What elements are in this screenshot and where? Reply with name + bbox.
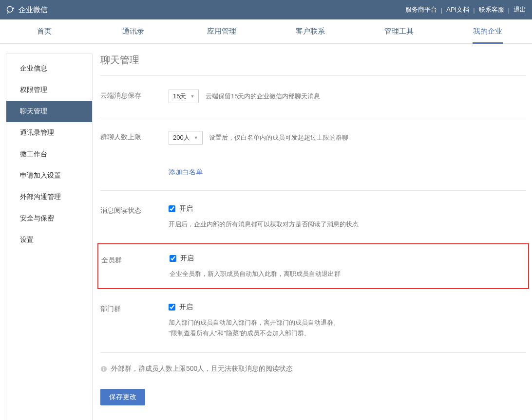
setting-all-staff-group: 全员群 开启 企业全员群，新入职成员自动加入此群，离职成员自动退出群 <box>101 254 525 279</box>
setting-dept-group: 部门群 开启 加入部门的成员自动加入部门群，离开部门的成员自动退群。 "限制查看… <box>100 289 526 353</box>
top-link-logout[interactable]: 退出 <box>513 5 526 14</box>
checkbox-read-status[interactable] <box>169 205 175 212</box>
svg-point-1 <box>13 7 15 9</box>
logo-text: 企业微信 <box>19 5 48 15</box>
desc-read-status: 开启后，企业内部的所有消息都可以获取对方是否阅读了消息的状态 <box>169 219 526 230</box>
nav-bar: 首页 通讯录 应用管理 客户联系 管理工具 我的企业 <box>0 19 532 44</box>
chevron-down-icon: ▼ <box>190 94 194 99</box>
sidebar-item-join-settings[interactable]: 申请加入设置 <box>6 165 92 186</box>
top-header: 企业微信 服务商平台 | API文档 | 联系客服 | 退出 <box>0 0 532 19</box>
nav-my-company[interactable]: 我的企业 <box>443 19 532 43</box>
checkbox-label-dept: 开启 <box>179 303 193 311</box>
sidebar-item-contacts-manage[interactable]: 通讯录管理 <box>6 122 92 144</box>
sidebar-item-security[interactable]: 安全与保密 <box>6 208 92 229</box>
nav-tools[interactable]: 管理工具 <box>355 19 443 43</box>
sidebar: 企业信息 权限管理 聊天管理 通讯录管理 微工作台 申请加入设置 外部沟通管理 … <box>6 54 93 420</box>
desc-group-limit: 设置后，仅白名单内的成员可发起超过上限的群聊 <box>209 134 348 141</box>
desc-cloud-save: 云端保留15天内的企业微信内部聊天消息 <box>206 92 320 100</box>
info-icon <box>100 365 107 372</box>
chevron-down-icon: ▼ <box>194 135 198 140</box>
checkbox-all-staff-group[interactable] <box>170 255 176 262</box>
nav-customer[interactable]: 客户联系 <box>266 19 355 43</box>
nav-home[interactable]: 首页 <box>0 19 89 43</box>
top-link-api[interactable]: API文档 <box>446 5 469 14</box>
page-title: 聊天管理 <box>100 54 526 67</box>
sidebar-item-company-info[interactable]: 企业信息 <box>6 58 92 79</box>
add-whitelist-link[interactable]: 添加白名单 <box>169 168 526 177</box>
nav-contacts[interactable]: 通讯录 <box>89 19 177 43</box>
label-cloud-save: 云端消息保存 <box>100 90 169 100</box>
setting-read-status: 消息阅读状态 开启 开启后，企业内部的所有消息都可以获取对方是否阅读了消息的状态 <box>100 191 526 243</box>
svg-point-0 <box>7 6 13 12</box>
sidebar-item-workbench[interactable]: 微工作台 <box>6 144 92 165</box>
checkbox-label-all-staff: 开启 <box>180 254 194 263</box>
setting-group-limit: 群聊人数上限 200人 ▼ 设置后，仅白名单内的成员可发起超过上限的群聊 添加白… <box>100 117 526 191</box>
svg-rect-4 <box>103 367 104 368</box>
main-content: 企业信息 权限管理 聊天管理 通讯录管理 微工作台 申请加入设置 外部沟通管理 … <box>0 44 532 420</box>
desc-all-staff-group: 企业全员群，新入职成员自动加入此群，离职成员自动退出群 <box>170 269 525 279</box>
sidebar-item-chat-manage[interactable]: 聊天管理 <box>6 101 92 122</box>
label-read-status: 消息阅读状态 <box>100 204 169 215</box>
svg-rect-3 <box>103 369 104 371</box>
label-dept-group: 部门群 <box>100 303 169 313</box>
sidebar-item-settings[interactable]: 设置 <box>6 229 92 251</box>
nav-apps[interactable]: 应用管理 <box>177 19 266 43</box>
sidebar-item-external-comm[interactable]: 外部沟通管理 <box>6 186 92 208</box>
top-link-support[interactable]: 联系客服 <box>479 5 504 14</box>
desc-dept-group: 加入部门的成员自动加入部门群，离开部门的成员自动退群。 "限制查看所有人"和"隐… <box>169 317 526 339</box>
top-links: 服务商平台 | API文档 | 联系客服 | 退出 <box>405 5 526 14</box>
label-group-limit: 群聊人数上限 <box>100 131 169 142</box>
logo-area: 企业微信 <box>6 5 48 15</box>
select-cloud-days[interactable]: 15天 ▼ <box>169 90 199 103</box>
wechat-work-icon <box>6 5 16 15</box>
sidebar-item-permissions[interactable]: 权限管理 <box>6 79 92 101</box>
top-link-service[interactable]: 服务商平台 <box>405 5 437 14</box>
select-group-limit[interactable]: 200人 ▼ <box>169 131 203 145</box>
content-panel: 聊天管理 云端消息保存 15天 ▼ 云端保留15天内的企业微信内部聊天消息 群聊… <box>100 54 526 420</box>
setting-cloud-save: 云端消息保存 15天 ▼ 云端保留15天内的企业微信内部聊天消息 <box>100 76 526 117</box>
highlight-all-staff-group: 全员群 开启 企业全员群，新入职成员自动加入此群，离职成员自动退出群 <box>97 243 529 289</box>
checkbox-label-read-status: 开启 <box>179 204 193 213</box>
info-note: 外部群，群成员人数上限500人，且无法获取消息的阅读状态 <box>100 353 526 385</box>
label-all-staff-group: 全员群 <box>101 254 170 265</box>
checkbox-dept-group[interactable] <box>169 304 175 310</box>
save-button[interactable]: 保存更改 <box>100 389 145 405</box>
